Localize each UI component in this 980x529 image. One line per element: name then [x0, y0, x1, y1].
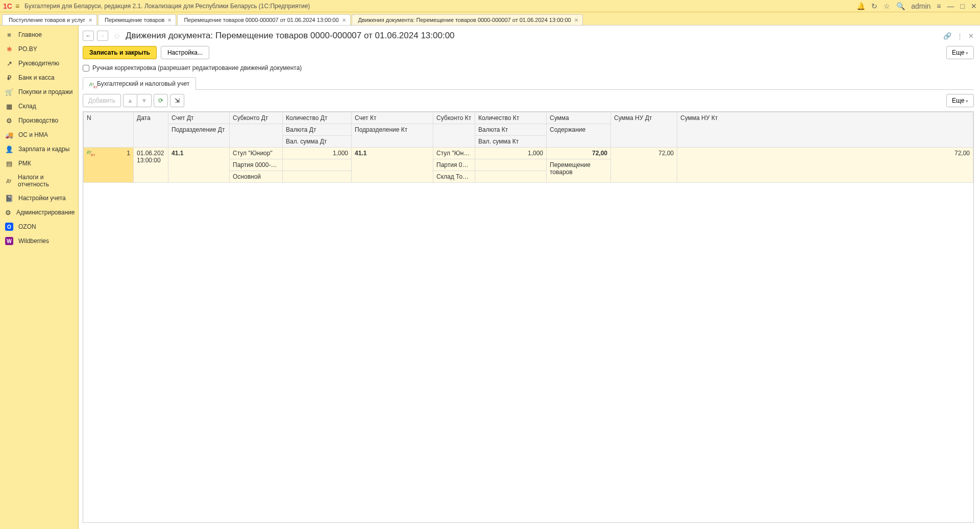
- cell-nu-kt[interactable]: 72,00: [677, 148, 973, 183]
- bell-icon[interactable]: 🔔: [856, 2, 865, 10]
- close-icon[interactable]: ✕: [971, 2, 977, 10]
- cell-acc-dt[interactable]: 41.1: [168, 148, 230, 183]
- table-row[interactable]: Дт1 01.06.20213:00:00 41.1 Стул "Юниор" …: [84, 148, 973, 159]
- tab-accounting[interactable]: Дт Бухгалтерский и налоговый учет: [83, 77, 196, 90]
- sidebar-item-manager[interactable]: ↗Руководителю: [0, 56, 78, 70]
- star-icon: ✱: [5, 45, 13, 53]
- close-icon[interactable]: ✕: [88, 17, 92, 23]
- cell-acc-kt[interactable]: 41.1: [352, 148, 433, 183]
- cell-sub-dt-1[interactable]: Стул "Юниор": [230, 148, 283, 159]
- ozon-icon: О: [5, 223, 13, 231]
- pos-icon: ▤: [5, 159, 13, 167]
- link-icon[interactable]: 🔗: [943, 32, 951, 40]
- col-cur-kt[interactable]: Валюта Кт: [475, 124, 547, 136]
- tab-movements[interactable]: Движения документа: Перемещение товаров …: [352, 14, 583, 25]
- col-cursum-dt[interactable]: Вал. сумма Дт: [283, 136, 352, 148]
- col-cur-dt[interactable]: Валюта Дт: [283, 124, 352, 136]
- tab-receipt[interactable]: Поступление товаров и услуг✕: [2, 14, 97, 25]
- save-close-button[interactable]: Записать и закрыть: [83, 46, 157, 59]
- col-qty-kt[interactable]: Количество Кт: [475, 112, 547, 124]
- app-title: Бухгалтерия для Беларуси, редакция 2.1. …: [24, 3, 856, 10]
- add-button[interactable]: Добавить: [83, 94, 121, 107]
- col-qty-dt[interactable]: Количество Дт: [283, 112, 352, 124]
- person-icon: 👤: [5, 145, 13, 153]
- nav-forward-button[interactable]: →: [97, 31, 108, 41]
- col-acc-dt[interactable]: Счет Дт: [168, 112, 230, 124]
- more-menu-icon[interactable]: ⋮: [957, 32, 963, 40]
- move-down-button[interactable]: ▼: [137, 94, 152, 107]
- history-icon[interactable]: ↻: [871, 2, 877, 10]
- maximize-icon[interactable]: □: [961, 2, 965, 10]
- favorite-icon[interactable]: ☆: [113, 31, 120, 41]
- sidebar-item-warehouse[interactable]: ▦Склад: [0, 99, 78, 113]
- tab-transfer-list[interactable]: Перемещение товаров✕: [98, 14, 176, 25]
- table-header: N Дата Счет Дт Субконто Дт Количество Дт…: [84, 112, 973, 148]
- cell-qty-dt[interactable]: 1,000: [283, 148, 352, 159]
- settings-icon[interactable]: ≡: [937, 2, 941, 10]
- cell-sub-kt-2[interactable]: Партия 00…: [433, 159, 475, 171]
- col-nu-dt[interactable]: Сумма НУ Дт: [611, 112, 677, 148]
- cell-date[interactable]: 01.06.20213:00:00: [134, 148, 168, 183]
- user-label[interactable]: admin: [911, 2, 930, 10]
- ruble-icon: ₽: [5, 74, 13, 82]
- sidebar-item-hr[interactable]: 👤Зарплата и кадры: [0, 142, 78, 156]
- cell-nu-dt[interactable]: 72,00: [611, 148, 677, 183]
- move-up-button[interactable]: ▲: [123, 94, 137, 107]
- sidebar-item-sales[interactable]: 🛒Покупки и продажи: [0, 85, 78, 99]
- title-bar: 1C ≡ Бухгалтерия для Беларуси, редакция …: [0, 0, 980, 12]
- gear-icon: ⚙: [5, 208, 11, 217]
- chart-icon: ↗: [5, 59, 13, 67]
- col-date[interactable]: Дата: [134, 112, 168, 148]
- table-more-button[interactable]: Еще: [946, 94, 974, 107]
- settings-button[interactable]: Настройка...: [161, 46, 209, 59]
- sidebar-item-poby[interactable]: ✱PO.BY: [0, 42, 78, 56]
- star-icon[interactable]: ☆: [884, 2, 890, 10]
- cell-sub-dt-3[interactable]: Основной: [230, 171, 283, 183]
- postings-table[interactable]: N Дата Счет Дт Субконто Дт Количество Дт…: [83, 111, 974, 523]
- close-icon[interactable]: ✕: [574, 17, 578, 23]
- close-page-icon[interactable]: ✕: [968, 32, 974, 40]
- sidebar-item-ozon[interactable]: ОOZON: [0, 220, 78, 234]
- col-n[interactable]: N: [84, 112, 134, 148]
- col-cursum-kt[interactable]: Вал. сумма Кт: [475, 136, 547, 148]
- sidebar-item-wildberries[interactable]: WWildberries: [0, 234, 78, 248]
- export-button[interactable]: ⇲: [170, 94, 184, 107]
- sidebar-item-bank[interactable]: ₽Банк и касса: [0, 70, 78, 85]
- close-icon[interactable]: ✕: [167, 17, 172, 23]
- cell-desc[interactable]: Перемещение товаров: [547, 159, 611, 183]
- tab-transfer-doc[interactable]: Перемещение товаров 0000-000007 от 01.06…: [177, 14, 350, 25]
- close-icon[interactable]: ✕: [342, 17, 346, 23]
- sidebar-item-admin[interactable]: ⚙Администрирование: [0, 205, 78, 220]
- col-desc[interactable]: Содержание: [547, 124, 611, 148]
- truck-icon: 🚚: [5, 131, 13, 139]
- col-nu-kt[interactable]: Сумма НУ Кт: [677, 112, 973, 148]
- book-icon: 📓: [5, 194, 13, 202]
- sidebar-item-production[interactable]: ⚙Производство: [0, 113, 78, 128]
- cell-n[interactable]: Дт1: [84, 148, 134, 183]
- cell-sub-kt-1[interactable]: Стул "Юни…: [433, 148, 475, 159]
- search-icon[interactable]: 🔍: [896, 2, 905, 10]
- sidebar-item-assets[interactable]: 🚚ОС и НМА: [0, 128, 78, 142]
- manual-edit-checkbox[interactable]: [83, 65, 89, 71]
- sidebar-item-pos[interactable]: ▤РМК: [0, 156, 78, 171]
- col-div-kt[interactable]: Подразделение Кт: [352, 124, 433, 148]
- col-sum[interactable]: Сумма: [547, 112, 611, 124]
- more-button[interactable]: Еще: [946, 46, 974, 59]
- sidebar-item-main[interactable]: ≡Главное: [0, 28, 78, 42]
- col-div-dt[interactable]: Подразделение Дт: [168, 124, 230, 148]
- cell-qty-kt[interactable]: 1,000: [475, 148, 547, 159]
- nav-back-button[interactable]: ←: [83, 31, 94, 41]
- dtkt-icon: Дт: [89, 82, 94, 86]
- factory-icon: ⚙: [5, 116, 13, 125]
- col-sub-dt[interactable]: Субконто Дт: [230, 112, 283, 124]
- cell-sub-kt-3[interactable]: Склад Тов…: [433, 171, 475, 183]
- main-menu-icon[interactable]: ≡: [15, 2, 19, 10]
- col-sub-kt[interactable]: Субконто Кт: [433, 112, 475, 124]
- col-acc-kt[interactable]: Счет Кт: [352, 112, 433, 124]
- minimize-icon[interactable]: —: [947, 2, 954, 10]
- sidebar-item-settings[interactable]: 📓Настройки учета: [0, 191, 78, 205]
- refresh-button[interactable]: ⟳: [154, 94, 168, 107]
- cell-sum[interactable]: 72,00: [547, 148, 611, 159]
- sidebar-item-tax[interactable]: ДтНалоги и отчетность: [0, 171, 78, 191]
- cell-sub-dt-2[interactable]: Партия 0000-0…: [230, 159, 283, 171]
